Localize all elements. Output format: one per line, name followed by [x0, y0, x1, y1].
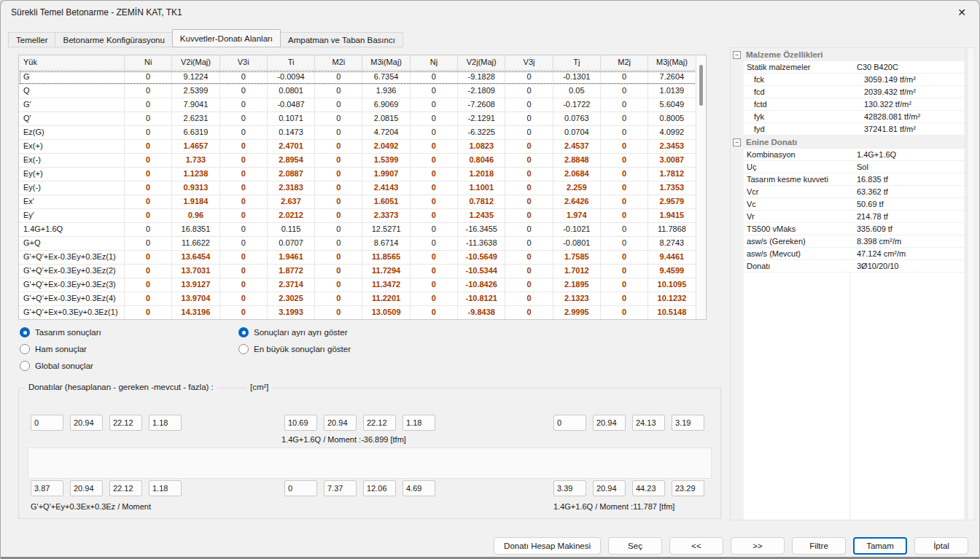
rebar-value-field[interactable]: 20.94 [324, 415, 357, 431]
table-row-3-q[interactable]: Q'02.623100.107102.08150-2.129100.076300… [19, 112, 706, 126]
table-row-5-ex[interactable]: Ex(+)01.465702.470102.049201.082302.4537… [19, 140, 706, 154]
column-header-v2j-maj[interactable]: V2j(Maj) [458, 55, 505, 70]
rebar-value-field[interactable]: 3.87 [31, 480, 63, 496]
tab-ampatman-ve-taban-bas-nc[interactable]: Ampatman ve Taban Basıncı [280, 32, 403, 47]
radio-option-sonu-lar-ayr-ayr-g-ster[interactable]: Sonuçları ayrı ayrı göster [238, 327, 351, 338]
table-row-15-g-q-ex-0-3ey-0-3ez-3[interactable]: G'+Q'+Ex-0.3Ey+0.3Ez(3)013.912702.371401… [19, 278, 706, 292]
table-row-16-g-q-ex-0-3ey-0-3ez-4[interactable]: G'+Q'+Ex-0.3Ey+0.3Ez(4)013.970402.302501… [19, 292, 706, 306]
tab-betonarme-konfig-rasyonu[interactable]: Betonarme Konfigürasyonu [55, 32, 172, 47]
collapse-icon[interactable]: − [733, 51, 741, 59]
rebar-value-field[interactable]: 22.12 [363, 415, 396, 431]
table-row-0-g[interactable]: G09.12240-0.009406.73540-9.18280-0.13010… [19, 71, 706, 85]
property-u[interactable]: UçSol [744, 161, 965, 173]
table-row-17-g-q-ex-0-3ey-0-3ez-1[interactable]: G'+Q'+Ex+0.3Ey+0.3Ez(1)014.319603.199301… [19, 306, 706, 320]
rebar-value-field[interactable]: 20.94 [593, 415, 626, 431]
column-header-m2i[interactable]: M2i [315, 55, 362, 70]
property-name: Vcr [744, 187, 852, 196]
property-asw-s-gereken[interactable]: asw/s (Gereken)8.398 cm²/m [744, 235, 965, 248]
property-tasar-m-kesme-kuvveti[interactable]: Tasarım kesme kuvveti16.835 tf [744, 173, 965, 186]
radio-unselected-icon [238, 344, 249, 354]
column-header-y-k[interactable]: Yük [19, 55, 125, 70]
category-malzeme-zellikleri[interactable]: −Malzeme Özellikleri [731, 48, 965, 61]
column-header-ti[interactable]: Ti [268, 55, 315, 70]
rebar-value-field[interactable]: 0 [553, 415, 586, 431]
property-vc[interactable]: Vc50.69 tf [744, 198, 965, 211]
table-row-9-ex[interactable]: Ex'01.918402.63701.605100.781202.642602.… [19, 195, 706, 209]
rebar-value-field[interactable]: 20.94 [70, 415, 103, 431]
rebar-value-field[interactable]: 23.29 [672, 480, 704, 496]
sec-button[interactable]: Seç [608, 537, 662, 555]
property-statik-malzemeler[interactable]: Statik malzemelerC30 B420C [744, 61, 965, 74]
table-row-8-ey[interactable]: Ey(-)00.931302.318302.414301.100102.2590… [19, 181, 706, 195]
property-fck[interactable]: fck3059.149 tf/m² [744, 74, 965, 86]
rebar-value-field[interactable]: 0 [284, 480, 317, 496]
table-row-2-g[interactable]: G'07.90410-0.048706.90690-7.26080-0.1722… [19, 98, 706, 112]
tamam-button[interactable]: Tamam [853, 537, 907, 555]
column-header-ni[interactable]: Ni [125, 55, 172, 70]
rebar-value-field[interactable]: 1.18 [149, 415, 182, 431]
rebar-value-field[interactable]: 10.69 [284, 415, 317, 431]
tab-kuvvetler-donat-alanlar[interactable]: Kuvvetler-Donatı Alanları [172, 29, 281, 47]
radio-option-global-sonu-lar[interactable]: Global sonuçlar [20, 360, 101, 372]
property-fcd[interactable]: fcd2039.432 tf/m² [744, 86, 965, 98]
table-row-7-ey[interactable]: Ey(+)01.123802.088701.990701.201802.0684… [19, 168, 706, 181]
column-header-m2j[interactable]: M2j [601, 55, 648, 70]
rebar-value-field[interactable]: 3.39 [553, 480, 586, 496]
property-ts500-vmaks[interactable]: TS500 vMaks335.609 tf [744, 223, 965, 235]
radio-option-tasar-m-sonu-lar[interactable]: Tasarım sonuçları [20, 327, 101, 338]
property-fyd[interactable]: fyd37241.81 tf/m² [744, 123, 965, 136]
radio-option-ham-sonu-lar[interactable]: Ham sonuçlar [20, 343, 101, 355]
table-cell: 1.9907 [362, 168, 410, 181]
column-header-nj[interactable]: Nj [411, 55, 458, 70]
table-vertical-scrollbar[interactable] [696, 55, 706, 319]
column-header-m3j-maj[interactable]: M3j(Maj) [648, 55, 696, 70]
rebar-value-field[interactable]: 12.06 [363, 480, 396, 496]
table-row-4-ez-g[interactable]: Ez(G)06.631900.147304.72040-6.322500.070… [19, 126, 706, 140]
rebar-value-field[interactable]: 22.12 [109, 415, 142, 431]
rebar-value-field[interactable]: 44.23 [632, 480, 665, 496]
table-row-6-ex[interactable]: Ex(-)01.73302.895401.539900.804602.88480… [19, 154, 706, 168]
rebar-value-field[interactable]: 0 [31, 415, 63, 431]
table-row-13-g-q-ex-0-3ey-0-3ez-1[interactable]: G'+Q'+Ex-0.3Ey+0.3Ez(1)013.645401.946101… [19, 251, 706, 265]
rebar-value-field[interactable]: 1.18 [149, 480, 182, 496]
column-header-v2i-maj[interactable]: V2i(Maj) [172, 55, 219, 70]
next-button[interactable]: >> [731, 537, 785, 555]
table-row-14-g-q-ex-0-3ey-0-3ez-2[interactable]: G'+Q'+Ex-0.3Ey+0.3Ez(2)013.703101.877201… [19, 265, 706, 278]
rebar-value-field[interactable]: 1.18 [402, 415, 435, 431]
category-enine-donat[interactable]: −Enine Donatı [731, 136, 965, 149]
iptal-button[interactable]: İptal [914, 537, 968, 555]
table-row-1-q[interactable]: Q02.539900.080101.9360-2.180900.0501.013… [19, 85, 706, 98]
property-name: Tasarım kesme kuvveti [744, 175, 852, 184]
column-header-m3i-maj[interactable]: M3i(Maj) [362, 55, 410, 70]
previous-button[interactable]: << [669, 537, 723, 555]
rebar-value-field[interactable]: 3.19 [672, 415, 704, 431]
column-header-tj[interactable]: Tj [553, 55, 601, 70]
column-header-v3j[interactable]: V3j [505, 55, 553, 70]
property-vcr[interactable]: Vcr63.362 tf [744, 186, 965, 198]
property-vr[interactable]: Vr214.78 tf [744, 211, 965, 223]
rebar-value-field[interactable]: 7.37 [324, 480, 357, 496]
property-fctd[interactable]: fctd130.322 tf/m² [744, 98, 965, 111]
property-fyk[interactable]: fyk42828.081 tf/m² [744, 111, 965, 123]
scrollbar-thumb[interactable] [699, 65, 703, 106]
column-header-v3i[interactable]: V3i [220, 55, 268, 70]
donati-hesap-makinesi-button[interactable]: Donatı Hesap Makinesi [494, 537, 601, 555]
rebar-value-field[interactable]: 20.94 [70, 480, 103, 496]
rebar-value-field[interactable]: 4.69 [402, 480, 435, 496]
collapse-icon[interactable]: − [733, 138, 741, 146]
radio-option-en-b-y-k-sonu-lar-g-ster[interactable]: En büyük sonuçları göster [238, 343, 351, 355]
rebar-value-field[interactable]: 22.12 [109, 480, 142, 496]
table-cell: 0 [220, 85, 268, 98]
rebar-value-field[interactable]: 20.94 [593, 480, 626, 496]
close-icon[interactable]: ✕ [945, 1, 979, 23]
property-grid-scrollbar[interactable] [967, 47, 975, 520]
table-row-12-g-q[interactable]: G+Q011.662200.070708.67140-11.36380-0.08… [19, 237, 706, 251]
table-row-11-1-4g-1-6q[interactable]: 1.4G+1.6Q016.835100.115012.52710-16.3455… [19, 223, 706, 237]
property-donat[interactable]: Donatı3Ø10/20/10 [744, 260, 965, 273]
property-asw-s-mevcut[interactable]: asw/s (Mevcut)47.124 cm²/m [744, 248, 965, 260]
filtre-button[interactable]: Filtre [792, 537, 846, 555]
table-row-10-ey[interactable]: Ey'00.9602.021202.337301.243501.97401.94… [19, 209, 706, 223]
rebar-value-field[interactable]: 24.13 [632, 415, 665, 431]
property-kombinasyon[interactable]: Kombinasyon1.4G+1.6Q [744, 149, 965, 161]
tab-temeller[interactable]: Temeller [8, 32, 55, 47]
